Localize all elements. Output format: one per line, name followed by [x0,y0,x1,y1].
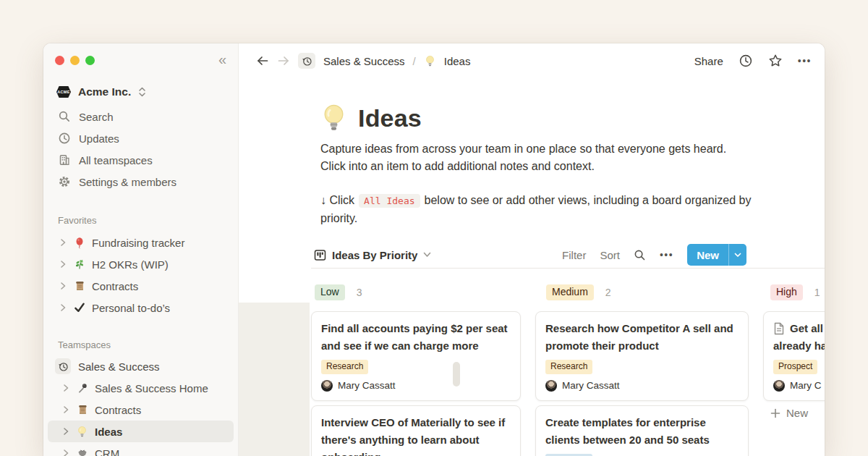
sidebar-item-h2-okrs[interactable]: H2 OKRs (WIP) [43,253,238,275]
sidebar-item-label: Contracts [92,280,138,292]
sidebar-item-sales-success-home[interactable]: Sales & Success Home [43,377,238,399]
herb-icon [73,258,85,271]
new-button-label[interactable]: New [687,244,728,266]
chevron-right-icon[interactable] [62,384,69,392]
card-assignee: Mary C [773,380,825,392]
workspace-switcher[interactable]: ACME Acme Inc. [43,81,238,103]
clock-icon[interactable] [739,54,753,68]
chevron-down-icon [423,252,431,258]
chevron-right-icon[interactable] [59,260,67,269]
more-options-icon[interactable]: ••• [798,55,812,67]
description-line: Capture ideas from across your team in o… [320,140,758,158]
sidebar-item-personal-todos[interactable]: Personal to-do’s [43,297,238,318]
scrollbar-thumb[interactable] [453,362,460,387]
page-description: Capture ideas from across your team in o… [320,140,758,174]
sidebar-item-ideas[interactable]: Ideas [48,421,234,442]
sidebar-item-crm[interactable]: CRM [43,442,238,456]
chevron-right-icon[interactable] [62,449,69,456]
filter-button[interactable]: Filter [562,249,586,261]
column-pill[interactable]: Low [315,284,345,300]
toolbar-divider [311,268,825,269]
sidebar-menu: Search Updates All teamspaces Settings &… [43,106,238,193]
bulb-icon [76,426,88,438]
minimize-window-button[interactable] [70,56,80,65]
scroll-icon [76,404,88,416]
new-button[interactable]: New [687,244,746,266]
topbar-actions: Share ••• [694,54,812,68]
column-pill[interactable]: Medium [546,284,594,300]
card-assignee: Mary Cassatt [321,380,511,392]
add-new-card-button[interactable]: New [770,407,808,419]
board-card[interactable]: Research how Competitor A sell and promo… [535,311,749,401]
callout-text: ↓ ClickAll Ideasbelow to see or add othe… [320,192,758,227]
page-title[interactable]: Ideas [358,104,422,132]
board-card[interactable]: Create templates for enterprise clients … [535,405,749,456]
collapse-sidebar-icon[interactable]: « [218,52,226,67]
favorites-heading: Favorites [58,215,96,226]
chevron-right-icon[interactable] [59,303,67,312]
view-selector[interactable]: Ideas By Priority [314,249,431,261]
card-tag: Research [545,360,592,374]
card-title: Interview CEO of Materially to see if th… [321,414,511,456]
more-options-icon[interactable]: ••• [660,249,673,261]
sidebar-item-label: CRM [95,447,119,456]
breadcrumb-page[interactable]: Ideas [444,55,471,67]
sidebar-item-label: Fundraising tracker [92,237,184,249]
inline-code: All Ideas [359,194,420,208]
board-card[interactable]: Find all accounts paying $2 per seat and… [311,311,521,401]
close-window-button[interactable] [55,56,64,65]
desktop-background: « ACME Acme Inc. Search Updates [0,0,868,456]
sidebar-item-label: Updates [79,132,119,145]
building-icon [58,153,71,166]
sidebar-item-label: Search [79,111,114,123]
sidebar-item-fundraising-tracker[interactable]: Fundraising tracker [43,232,238,253]
sort-button[interactable]: Sort [600,249,620,261]
search-icon[interactable] [634,249,646,261]
assignee-name: Mary Cassatt [562,380,620,391]
sidebar-item-label: Contracts [95,404,141,416]
sidebar-item-contracts-teamspace[interactable]: Contracts [43,399,238,421]
chevron-right-icon[interactable] [59,282,67,290]
card-title: already ha [773,337,825,355]
avatar [773,380,785,392]
teamspaces-list: Sales & Success Sales & Success Home Con… [43,355,238,456]
sidebar-item-contracts[interactable]: Contracts [43,275,238,297]
sidebar-item-settings[interactable]: Settings & members [43,171,238,193]
history-icon [55,358,71,374]
new-button-dropdown[interactable] [728,244,746,266]
favorites-list: Fundraising tracker H2 OKRs (WIP) Contra… [43,232,238,318]
chevron-right-icon[interactable] [62,427,69,436]
column-count: 3 [357,287,362,298]
bulb-icon [424,55,436,67]
sidebar-item-label: Sales & Success [78,360,160,373]
sidebar: « ACME Acme Inc. Search Updates [43,43,239,456]
sidebar-item-search[interactable]: Search [43,106,238,127]
share-button[interactable]: Share [694,55,723,67]
sidebar-item-label: H2 OKRs (WIP) [92,258,169,271]
chevron-right-icon[interactable] [62,405,69,414]
forward-arrow-icon[interactable] [277,55,290,67]
board-card[interactable]: Get all already ha Prospect Mary C [763,311,825,401]
card-tag: Prospect [773,360,817,374]
breadcrumb: Sales & Success / Ideas [256,53,470,69]
chevron-right-icon[interactable] [59,238,67,247]
card-title: Create templates for enterprise clients … [545,414,739,449]
card-title-line: Get all [773,320,825,337]
star-icon[interactable] [768,54,783,68]
view-toolbar: Ideas By Priority Filter Sort ••• New [314,243,746,266]
sidebar-item-sales-success[interactable]: Sales & Success [43,355,238,377]
board-card[interactable]: Interview CEO of Materially to see if th… [311,405,521,456]
page-title-block[interactable]: Ideas [320,103,422,133]
history-icon[interactable] [298,53,315,69]
card-assignee: Mary Cassatt [545,380,739,392]
back-arrow-icon[interactable] [256,55,269,67]
sidebar-item-label: Ideas [95,426,122,438]
breadcrumb-teamspace[interactable]: Sales & Success [323,55,405,67]
zoom-window-button[interactable] [85,56,95,65]
card-title: Research how Competitor A sell and promo… [545,320,739,355]
sidebar-item-all-teamspaces[interactable]: All teamspaces [43,149,238,171]
add-new-card-label: New [786,407,808,419]
column-pill[interactable]: High [770,284,803,300]
sidebar-item-updates[interactable]: Updates [43,127,238,149]
description-line: Click into an item to add additional not… [320,158,758,175]
